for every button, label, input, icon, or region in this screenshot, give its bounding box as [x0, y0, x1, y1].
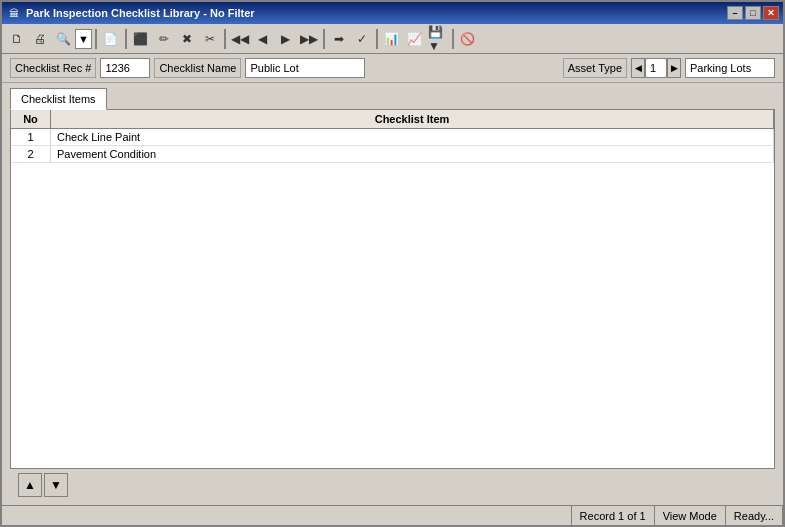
- last-button[interactable]: ▶▶: [298, 28, 320, 50]
- delete-button[interactable]: ✖: [176, 28, 198, 50]
- asset-type-nav: ◀ 1 ▶: [631, 58, 681, 78]
- stop-button[interactable]: 🚫: [457, 28, 479, 50]
- minimize-button[interactable]: –: [727, 6, 743, 20]
- fill-button[interactable]: ⬛: [130, 28, 152, 50]
- window-controls: – □ ✕: [727, 6, 779, 20]
- chart-button-2[interactable]: 📈: [404, 28, 426, 50]
- bottom-nav: ▲ ▼: [10, 469, 775, 501]
- save-dropdown[interactable]: 💾▼: [427, 28, 449, 50]
- table-row[interactable]: 1 Check Line Paint: [11, 129, 774, 146]
- edit-button[interactable]: ✏: [153, 28, 175, 50]
- separator-3: [224, 29, 226, 49]
- asset-nav-right[interactable]: ▶: [667, 58, 681, 78]
- checklist-table: No Checklist Item 1 Check Line Paint 2 P…: [10, 109, 775, 469]
- print-button[interactable]: 🖨: [29, 28, 51, 50]
- cut-button[interactable]: ✂: [199, 28, 221, 50]
- row-1-no: 1: [11, 129, 51, 145]
- table-row[interactable]: 2 Pavement Condition: [11, 146, 774, 163]
- next-button[interactable]: ▶: [275, 28, 297, 50]
- prev-button[interactable]: ◀: [252, 28, 274, 50]
- tab-area: Checklist Items: [2, 83, 783, 109]
- checklist-name-label: Checklist Name: [154, 58, 241, 78]
- main-window: 🏛 Park Inspection Checklist Library - No…: [0, 0, 785, 527]
- row-2-item: Pavement Condition: [51, 146, 774, 162]
- forward-button[interactable]: ➡: [328, 28, 350, 50]
- status-bar: Record 1 of 1 View Mode Ready...: [2, 505, 783, 525]
- asset-nav-left[interactable]: ◀: [631, 58, 645, 78]
- title-bar: 🏛 Park Inspection Checklist Library - No…: [2, 2, 783, 24]
- status-spacer: [2, 506, 572, 525]
- col-header-item: Checklist Item: [51, 110, 774, 128]
- toolbar: 🗋 🖨 🔍 ▼ 📄 ⬛ ✏ ✖ ✂ ◀◀ ◀ ▶ ▶▶ ➡ ✓ 📊 📈 💾▼ 🚫: [2, 24, 783, 54]
- layout-button[interactable]: 📄: [100, 28, 122, 50]
- window-title: Park Inspection Checklist Library - No F…: [26, 7, 727, 19]
- separator-4: [323, 29, 325, 49]
- search-button[interactable]: 🔍: [52, 28, 74, 50]
- close-button[interactable]: ✕: [763, 6, 779, 20]
- checklist-rec-label: Checklist Rec #: [10, 58, 96, 78]
- asset-type-value: Parking Lots: [685, 58, 775, 78]
- table-header: No Checklist Item: [11, 110, 774, 129]
- separator-2: [125, 29, 127, 49]
- row-2-no: 2: [11, 146, 51, 162]
- record-header: Checklist Rec # 1236 Checklist Name Publ…: [2, 54, 783, 83]
- checklist-rec-value: 1236: [100, 58, 150, 78]
- first-button[interactable]: ◀◀: [229, 28, 251, 50]
- chart-button-1[interactable]: 📊: [381, 28, 403, 50]
- filter-icon: ▼: [78, 33, 89, 45]
- maximize-button[interactable]: □: [745, 6, 761, 20]
- record-info: Record 1 of 1: [572, 506, 655, 525]
- view-mode: View Mode: [655, 506, 726, 525]
- ready-status: Ready...: [726, 506, 783, 525]
- filter-dropdown[interactable]: ▼: [75, 29, 92, 49]
- separator-6: [452, 29, 454, 49]
- check-button[interactable]: ✓: [351, 28, 373, 50]
- app-icon: 🏛: [6, 5, 22, 21]
- move-up-button[interactable]: ▲: [18, 473, 42, 497]
- checklist-name-value: Public Lot: [245, 58, 365, 78]
- table-body: 1 Check Line Paint 2 Pavement Condition: [11, 129, 774, 468]
- asset-type-page: 1: [645, 58, 667, 78]
- tab-checklist-items[interactable]: Checklist Items: [10, 88, 107, 110]
- separator-1: [95, 29, 97, 49]
- asset-type-label: Asset Type: [563, 58, 627, 78]
- col-header-no: No: [11, 110, 51, 128]
- main-content: No Checklist Item 1 Check Line Paint 2 P…: [2, 109, 783, 505]
- move-down-button[interactable]: ▼: [44, 473, 68, 497]
- separator-5: [376, 29, 378, 49]
- row-1-item: Check Line Paint: [51, 129, 774, 145]
- new-button[interactable]: 🗋: [6, 28, 28, 50]
